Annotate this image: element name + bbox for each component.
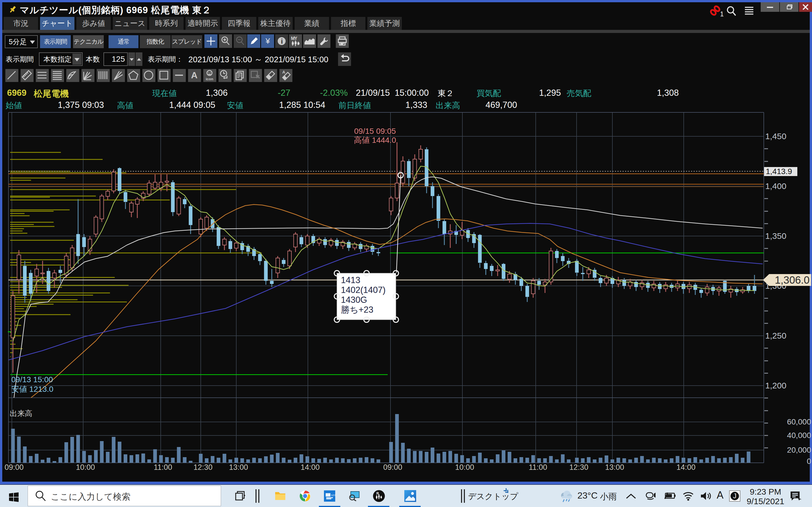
svg-text:14:00: 14:00: [676, 463, 696, 471]
svg-text:1413: 1413: [341, 275, 360, 285]
svg-text:09/13 15:00: 09/13 15:00: [11, 375, 53, 384]
svg-text:20,000: 20,000: [787, 446, 811, 454]
svg-text:1402(1407): 1402(1407): [341, 285, 386, 295]
svg-text:0: 0: [807, 457, 811, 466]
svg-text:安値 1213.0: 安値 1213.0: [11, 385, 53, 393]
svg-text:高値 1444.0: 高値 1444.0: [354, 136, 396, 145]
svg-text:40,000: 40,000: [787, 431, 811, 440]
svg-text:1,450: 1,450: [765, 131, 786, 141]
svg-text:10:00: 10:00: [76, 463, 95, 471]
svg-text:60,000: 60,000: [787, 417, 811, 426]
svg-text:13:00: 13:00: [229, 463, 248, 471]
svg-text:出来高: 出来高: [10, 409, 33, 418]
svg-text:1430G: 1430G: [341, 295, 367, 305]
svg-text:13:00: 13:00: [605, 463, 624, 471]
svg-text:11:00: 11:00: [154, 463, 172, 471]
svg-text:09:00: 09:00: [4, 463, 24, 471]
svg-text:1,306.0: 1,306.0: [775, 274, 809, 286]
svg-text:12:30: 12:30: [569, 463, 589, 471]
svg-text:11:00: 11:00: [529, 463, 547, 471]
svg-text:1,400: 1,400: [765, 181, 786, 191]
svg-text:12:00: 12:00: [331, 494, 335, 497]
svg-text:1,250: 1,250: [765, 331, 786, 340]
svg-text:1,350: 1,350: [765, 231, 786, 240]
svg-text:12:30: 12:30: [193, 463, 213, 471]
svg-text:14:00: 14:00: [301, 463, 320, 471]
svg-text:09/15 09:05: 09/15 09:05: [354, 127, 396, 135]
svg-text:勝ち+23: 勝ち+23: [341, 305, 373, 315]
svg-text:10:00: 10:00: [455, 463, 474, 471]
svg-text:1,200: 1,200: [765, 381, 786, 390]
svg-text:1,413.9: 1,413.9: [766, 167, 792, 176]
svg-text:09:00: 09:00: [383, 463, 402, 471]
svg-text:R: R: [376, 492, 379, 496]
